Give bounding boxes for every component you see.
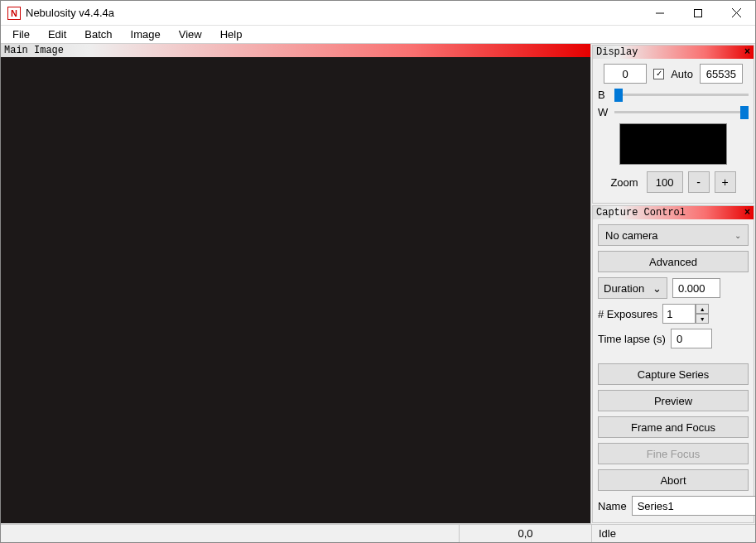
status-state: Idle: [591, 525, 755, 542]
series-name-input[interactable]: [632, 496, 756, 516]
name-label: Name: [598, 500, 627, 512]
exposures-input[interactable]: [662, 304, 696, 324]
black-slider-thumb[interactable]: [614, 89, 623, 102]
titlebar: N Nebulosity v4.4.4a: [1, 1, 755, 26]
status-coords: 0,0: [459, 525, 591, 542]
timelapse-input[interactable]: [671, 329, 712, 348]
main-image-header: Main Image: [1, 44, 590, 57]
capture-close-icon[interactable]: ×: [744, 206, 750, 218]
camera-value: No camera: [605, 229, 658, 242]
duration-label: Duration: [604, 282, 644, 295]
exposures-up-button[interactable]: ▲: [696, 304, 709, 314]
duration-input[interactable]: [672, 278, 720, 298]
auto-checkbox[interactable]: ✓: [653, 69, 664, 79]
duration-unit-select[interactable]: Duration ⌄: [598, 277, 667, 299]
timelapse-label: Time lapse (s): [598, 333, 666, 345]
white-slider[interactable]: [614, 111, 749, 113]
svg-rect-1: [695, 9, 702, 17]
close-button[interactable]: [717, 1, 755, 26]
capture-header: Capture Control ×: [593, 206, 754, 219]
capture-title: Capture Control: [596, 207, 686, 219]
chevron-down-icon: ⌄: [652, 282, 662, 295]
app-icon: N: [7, 7, 21, 20]
menu-help[interactable]: Help: [212, 26, 251, 42]
exposures-down-button[interactable]: ▼: [696, 314, 709, 324]
black-slider[interactable]: [614, 94, 749, 96]
camera-select[interactable]: No camera ⌄: [598, 224, 749, 246]
status-left: [1, 525, 459, 542]
menubar: File Edit Batch Image View Help: [1, 26, 755, 44]
exposures-spinner[interactable]: ▲ ▼: [662, 304, 709, 324]
fine-focus-button[interactable]: Fine Focus: [598, 443, 749, 464]
display-title: Display: [596, 46, 638, 58]
display-panel: Display × ✓ Auto B W: [592, 45, 754, 204]
advanced-button[interactable]: Advanced: [598, 251, 749, 272]
preview-button[interactable]: Preview: [598, 390, 749, 411]
statusbar: 0,0 Idle: [1, 524, 755, 542]
capture-series-button[interactable]: Capture Series: [598, 363, 749, 385]
exposures-label: # Exposures: [598, 308, 657, 320]
maximize-icon: [694, 9, 702, 17]
histogram: [619, 123, 727, 165]
black-level-input[interactable]: [604, 64, 647, 84]
maximize-button[interactable]: [679, 1, 717, 26]
main-image-canvas[interactable]: [1, 57, 590, 524]
display-close-icon[interactable]: ×: [744, 46, 750, 57]
menu-view[interactable]: View: [171, 26, 210, 42]
zoom-in-button[interactable]: +: [715, 171, 736, 193]
capture-panel: Capture Control × No camera ⌄ Advanced D…: [592, 205, 754, 523]
zoom-out-button[interactable]: -: [688, 171, 710, 193]
window-title: Nebulosity v4.4.4a: [26, 7, 114, 19]
menu-edit[interactable]: Edit: [40, 26, 75, 42]
display-header: Display ×: [593, 46, 754, 59]
zoom-label: Zoom: [610, 176, 638, 189]
auto-label: Auto: [671, 68, 693, 80]
chevron-down-icon: ⌄: [734, 231, 741, 240]
close-icon: [732, 8, 741, 17]
white-level-input[interactable]: [700, 64, 743, 84]
minimize-button[interactable]: [641, 1, 679, 26]
frame-focus-button[interactable]: Frame and Focus: [598, 416, 749, 438]
abort-button[interactable]: Abort: [598, 469, 749, 491]
minimize-icon: [656, 9, 664, 17]
white-slider-thumb[interactable]: [740, 106, 749, 119]
zoom-value[interactable]: 100: [647, 171, 683, 193]
black-slider-label: B: [598, 89, 609, 101]
main-image-title: Main Image: [4, 45, 64, 56]
white-slider-label: W: [598, 106, 609, 118]
menu-batch[interactable]: Batch: [76, 26, 120, 42]
menu-file[interactable]: File: [4, 26, 38, 42]
menu-image[interactable]: Image: [123, 26, 169, 42]
